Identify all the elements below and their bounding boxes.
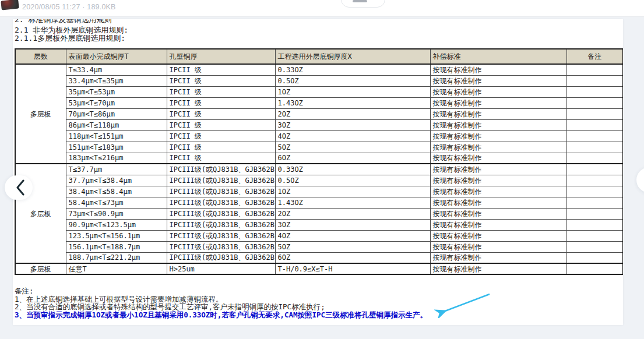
oz-cell: 3OZ: [275, 219, 430, 230]
standard-cell: 按现有标准制作: [430, 97, 566, 108]
thickness-cell: 37.7μm<T≤38.4μm: [66, 175, 167, 186]
drag-handle-icon: [353, 0, 367, 2]
table-row: 188.7μm<T≤221.2μmIPCIII级(或QJ831B、GJB362B…: [15, 252, 623, 263]
ipc-cell: IPCIII级(或QJ831B、GJB362B): [167, 230, 275, 241]
standard-cell: 按现有标准制作: [430, 263, 566, 274]
document-preview: 2. 标准铜厚及基铜选用规则 2.1 非华为板外层底铜选用规则: 2.1.1多层…: [13, 19, 623, 325]
prev-page-button[interactable]: [5, 175, 33, 200]
table-row: 118μm<T≤151μmIPCII 级4OZ按现有标准制作: [15, 130, 623, 142]
ipc-cell: IPCIII级(或QJ831B、GJB362B): [167, 241, 275, 252]
table-row: 33.4μm<T≤35μmIPCII 级0.5OZ按现有标准制作: [15, 75, 623, 86]
oz-cell: 6OZ: [275, 252, 430, 263]
remark-cell: [566, 263, 623, 274]
note-item-3: 3、当预审指示完成铜厚1OZ或者最小1OZ且基铜采用0.33OZ时,若客户孔铜无…: [15, 311, 427, 319]
ipc-cell: IPCII 级: [167, 75, 275, 86]
copper-selection-table: 层数 表面最小完成铜厚T 孔壁铜厚 工程选用外层底铜厚度X 补偿标准 备注 多层…: [15, 48, 623, 275]
table-row: 37.7μm<T≤38.4μmIPCIII级(或QJ831B、GJB362B)0…: [15, 175, 623, 186]
remark-cell: [566, 75, 623, 86]
remark-cell: [566, 197, 623, 208]
ipc-cell: IPCIII级(或QJ831B、GJB362B): [167, 175, 275, 186]
layer-cell: 多层板: [15, 64, 66, 164]
table-row: 53μm<T≤70μmIPCII 级1.43OZ按现有标准制作: [15, 97, 623, 108]
header-bar: 2020/08/05 11:27 · 189.0KB: [0, 0, 644, 17]
next-page-button[interactable]: [636, 167, 644, 193]
table-row: 70μm<T≤86μmIPCII 级2OZ按现有标准制作: [15, 108, 623, 119]
standard-cell: 按现有标准制作: [430, 130, 566, 142]
remark-cell: [566, 164, 623, 175]
copper-table-body: 多层板T≤33.4μmIPCII 级0.33OZ按现有标准制作33.4μm<T≤…: [15, 64, 623, 274]
remark-cell: [566, 142, 623, 153]
ipc-cell: IPCIII级(或QJ831B、GJB362B): [167, 186, 275, 197]
thickness-cell: 90.9μm<T≤123.5μm: [66, 219, 167, 230]
thickness-cell: 70μm<T≤86μm: [66, 108, 167, 119]
oz-cell: 5OZ: [275, 241, 430, 252]
note-item-2: 2、当没有合适的底铜选择或者特殊结构的型号提交工艺评审,客户未指明铜厚的按IPC…: [15, 303, 427, 311]
thickness-cell: 任意T: [66, 263, 167, 274]
thickness-cell: 73μm<T≤90.9μm: [66, 208, 167, 219]
notes-block: 备注: 1、在上述底铜选择基础上可根据型号设计需要增加减薄铜流程。 2、当没有合…: [15, 287, 427, 319]
standard-cell: 按现有标准制作: [430, 186, 566, 197]
table-row: 38.4μm<T≤58.4μmIPCIII级(或QJ831B、GJB362B)1…: [15, 186, 623, 197]
remark-cell: [566, 252, 623, 263]
oz-cell: 6OZ: [275, 153, 430, 164]
remark-cell: [566, 175, 623, 186]
thickness-cell: 38.4μm<T≤58.4μm: [66, 186, 167, 197]
standard-cell: 按现有标准制作: [430, 86, 566, 97]
ipc-cell: IPCII 级: [167, 108, 275, 119]
remark-cell: [566, 153, 623, 164]
remark-cell: [566, 130, 623, 142]
ipc-cell: IPCIII级(或QJ831B、GJB362B): [167, 252, 275, 263]
table-row: 多层板任意TH>25umT-H/0.9≤X≤T-H按现有标准制作: [15, 263, 623, 274]
oz-cell: 0.33OZ: [275, 164, 430, 175]
oz-cell: 1.43OZ: [275, 97, 430, 108]
thickness-cell: 118μm<T≤151μm: [66, 130, 167, 142]
clipped-heading: 2. 标准铜厚及基铜选用规则: [15, 19, 111, 25]
thickness-cell: 86μm<T≤118μm: [66, 119, 167, 130]
table-row: 86μm<T≤118μmIPCII 级3OZ按现有标准制作: [15, 119, 623, 130]
oz-cell: 3OZ: [275, 119, 430, 130]
thickness-cell: 151μm<T≤183μm: [66, 142, 167, 153]
standard-cell: 按现有标准制作: [430, 208, 566, 219]
ipc-cell: IPCIII级(或QJ831B、GJB362B): [167, 197, 275, 208]
remark-cell: [566, 241, 623, 252]
table-row: 156.1μm<T≤188.7μmIPCIII级(或QJ831B、GJB362B…: [15, 241, 623, 252]
oz-cell: 1OZ: [275, 186, 430, 197]
ipc-cell: IPCIII级(或QJ831B、GJB362B): [167, 208, 275, 219]
ipc-cell: IPCIII级(或QJ831B、GJB362B): [167, 164, 275, 175]
notes-label: 备注:: [15, 287, 427, 295]
table-row: 58.4μm<T≤73μmIPCIII级(或QJ831B、GJB362B)1.4…: [15, 197, 623, 208]
chevron-left-icon: [16, 179, 25, 196]
table-row: 90.9μm<T≤123.5μmIPCIII级(或QJ831B、GJB362B)…: [15, 219, 623, 230]
oz-cell: 0.5OZ: [275, 175, 430, 186]
remark-cell: [566, 208, 623, 219]
annotation-arrow-icon: [434, 290, 492, 318]
ipc-cell: IPCII 级: [167, 130, 275, 142]
oz-cell: 4OZ: [275, 130, 430, 142]
oz-cell: 0.33OZ: [275, 64, 430, 75]
ipc-cell: H>25um: [167, 263, 275, 274]
note-item-1: 1、在上述底铜选择基础上可根据型号设计需要增加减薄铜流程。: [15, 295, 427, 303]
oz-cell: 5OZ: [275, 142, 430, 153]
table-row: 73μm<T≤90.9μmIPCIII级(或QJ831B、GJB362B)2OZ…: [15, 208, 623, 219]
remark-cell: [566, 186, 623, 197]
ipc-cell: IPCII 级: [167, 64, 275, 75]
remark-cell: [566, 219, 623, 230]
oz-cell: T-H/0.9≤X≤T-H: [275, 263, 430, 274]
table-header-row: 层数 表面最小完成铜厚T 孔壁铜厚 工程选用外层底铜厚度X 补偿标准 备注: [15, 49, 623, 64]
ipc-cell: IPCII 级: [167, 86, 275, 97]
standard-cell: 按现有标准制作: [430, 241, 566, 252]
thickness-cell: 156.1μm<T≤188.7μm: [66, 241, 167, 252]
oz-cell: 1.43OZ: [275, 197, 430, 208]
standard-cell: 按现有标准制作: [430, 64, 566, 75]
layer-cell: 多层板: [15, 263, 66, 274]
table-row: 多层板T≤37.7μmIPCIII级(或QJ831B、GJB362B)0.33O…: [15, 164, 623, 175]
table-row: 多层板T≤33.4μmIPCII 级0.33OZ按现有标准制作: [15, 64, 623, 75]
ipc-cell: IPCII 级: [167, 97, 275, 108]
standard-cell: 按现有标准制作: [430, 153, 566, 164]
thickness-cell: 53μm<T≤70μm: [66, 97, 167, 108]
standard-cell: 按现有标准制作: [430, 164, 566, 175]
thickness-cell: 123.5μm<T≤156.1μm: [66, 230, 167, 241]
col-header-remark: 备注: [566, 49, 623, 64]
file-thumbnail: [1, 0, 19, 10]
thickness-cell: 35μm<T≤53μm: [66, 86, 167, 97]
